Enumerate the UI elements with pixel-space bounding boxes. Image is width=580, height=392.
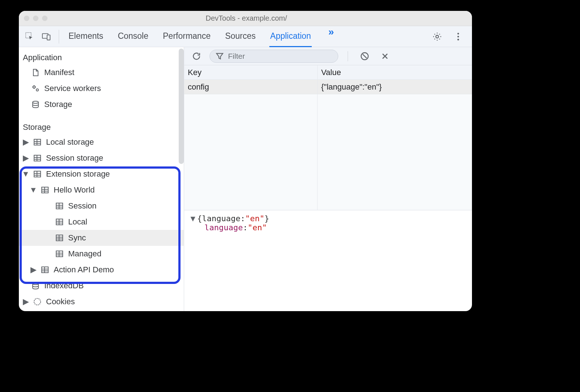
sidebar-item-hw-local[interactable]: Local [19,214,184,230]
sidebar-item-service-workers[interactable]: Service workers [19,81,184,96]
sidebar-item-hw-sync[interactable]: Sync [19,230,184,246]
close-window-button[interactable] [24,16,29,21]
value-preview: ▼ {language: "en" } language : "en" [184,210,472,236]
sidebar-item-hello-world[interactable]: ▼ Hello World [19,182,184,198]
column-key[interactable]: Key [184,65,318,79]
sidebar-item-session-storage[interactable]: ▶ Session storage [19,150,184,166]
window-title: DevTools - example.com/ [47,14,445,22]
cell-key: config [184,80,318,94]
application-sidebar: Application Manifest Service workers Sto… [19,47,184,311]
tabs-overflow-button[interactable]: » [325,26,338,47]
chevron-right-icon: ▶ [23,137,29,147]
sidebar-item-action-api-demo[interactable]: ▶ Action API Demo [19,262,184,278]
device-toolbar-icon[interactable] [39,29,54,44]
label: Session storage [46,153,103,163]
label: Service workers [44,84,101,93]
svg-point-19 [33,282,38,285]
svg-rect-2 [47,35,50,40]
filter-placeholder: Filter [228,52,245,61]
grid-icon [54,202,65,210]
sidebar-item-storage[interactable]: Storage [19,96,184,112]
cell-value: {"language":"en"} [318,82,472,92]
label: Cookies [46,297,75,306]
grid-icon [32,170,42,178]
kebab-menu-icon[interactable] [451,29,465,44]
chevron-down-icon: ▼ [30,185,36,195]
settings-icon[interactable] [430,29,444,44]
label: Hello World [54,185,95,195]
tab-application[interactable]: Application [269,26,312,47]
devtools-window: DevTools - example.com/ Elements Console [19,11,472,311]
label: Local storage [46,137,94,147]
sidebar-item-extension-storage[interactable]: ▼ Extension storage [19,166,184,182]
svg-point-5 [457,36,459,37]
filter-input[interactable]: Filter [210,50,338,63]
chevron-right-icon: ▶ [23,297,29,306]
grid-icon [54,218,65,226]
filter-icon [215,51,224,61]
table-header-row: Key Value [184,65,472,80]
traffic-lights [24,16,47,21]
tab-elements[interactable]: Elements [68,26,104,47]
database-icon [30,281,41,290]
sidebar-item-hw-session[interactable]: Session [19,198,184,214]
storage-pane: Filter Key Value config {"language":"en"… [184,47,472,311]
group-storage: Storage [19,120,184,134]
sidebar-item-manifest[interactable]: Manifest [19,65,184,81]
grid-icon [32,154,42,162]
svg-point-6 [457,38,459,40]
label: Manifest [44,68,74,77]
svg-point-4 [457,33,459,34]
label: Storage [44,100,72,109]
scrollbar[interactable] [179,49,184,164]
storage-table: Key Value config {"language":"en"} [184,65,472,210]
file-icon [30,68,41,77]
toolbar-row: Elements Console Performance Sources App… [19,26,472,47]
minimize-window-button[interactable] [33,16,38,21]
column-value[interactable]: Value [318,68,472,77]
label: Sync [68,233,86,243]
sidebar-item-indexeddb[interactable]: IndexedDB [19,278,184,294]
grid-icon [40,186,50,194]
sidebar-item-local-storage[interactable]: ▶ Local storage [19,134,184,150]
preview-summary[interactable]: ▼ {language: "en" } [190,214,466,223]
delete-entry-icon[interactable] [378,49,392,63]
chevron-down-icon: ▼ [23,169,29,179]
inspect-element-icon[interactable] [22,29,37,44]
svg-point-8 [36,89,38,91]
tab-sources[interactable]: Sources [224,26,256,47]
tab-performance[interactable]: Performance [162,26,211,47]
table-row[interactable]: config {"language":"en"} [184,80,472,94]
zoom-window-button[interactable] [42,16,47,21]
refresh-icon[interactable] [189,49,204,63]
sidebar-item-cookies[interactable]: ▶ Cookies [19,294,184,310]
gears-icon [30,84,41,93]
cookie-icon [32,297,42,306]
tab-console[interactable]: Console [117,26,149,47]
storage-toolbar: Filter [184,47,472,65]
group-application: Application [19,51,184,65]
titlebar: DevTools - example.com/ [19,11,472,26]
sidebar-item-hw-managed[interactable]: Managed [19,246,184,262]
chevron-right-icon: ▶ [23,153,29,163]
label: Managed [68,249,102,259]
grid-icon [54,249,65,258]
grid-icon [54,234,65,242]
label: Session [68,201,96,211]
svg-point-9 [33,101,38,103]
clear-all-icon[interactable] [357,49,372,63]
grid-icon [32,138,42,147]
label: Extension storage [46,169,110,179]
chevron-down-icon: ▼ [190,214,196,223]
label: Action API Demo [54,265,114,275]
preview-property[interactable]: language : "en" [204,223,466,232]
panel-tabs: Elements Console Performance Sources App… [63,26,430,47]
grid-icon [40,265,50,274]
svg-point-3 [436,35,438,38]
svg-point-20 [34,298,41,305]
label: IndexedDB [44,281,84,290]
chevron-right-icon: ▶ [30,265,36,275]
database-icon [30,100,41,109]
label: Local [68,217,87,227]
